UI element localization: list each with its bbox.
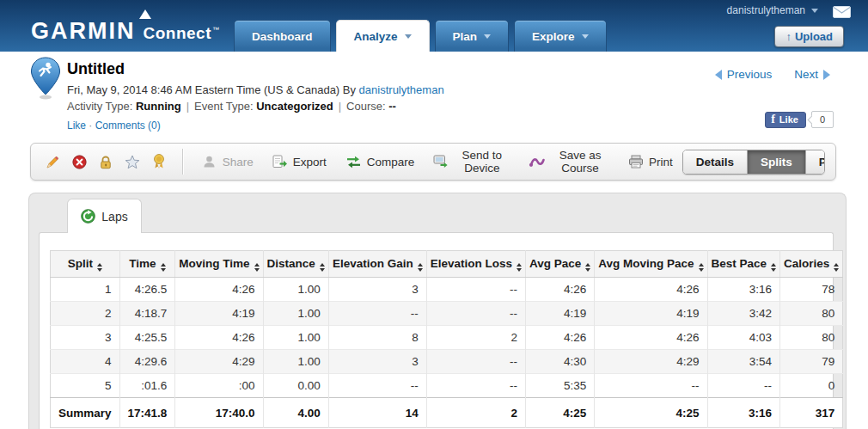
edit-button[interactable] [40,152,66,172]
split-cell: -- [595,374,707,398]
split-cell: 4:26 [595,278,707,302]
author-link[interactable]: danistrulytheman [359,83,444,96]
split-cell: -- [328,374,426,398]
chevron-down-icon [811,9,818,16]
split-cell: 3:54 [707,350,780,374]
split-cell: 1 [51,278,120,302]
favorite-button[interactable] [119,152,146,172]
column-label: Elevation Gain [333,257,413,270]
split-cell: 3:42 [707,302,780,326]
nav-tab-plan[interactable]: Plan [435,20,510,52]
nav-tab-analyze[interactable]: Analyze [336,20,430,52]
summary-cell: 17:40.0 [175,398,263,428]
summary-cell: 4:25 [525,398,594,428]
column-label: Best Pace [712,257,767,270]
summary-cell: 317 [780,398,843,428]
column-header-elevation-loss[interactable]: Elevation Loss [426,251,525,278]
split-cell: -- [426,350,525,374]
sort-up-icon [771,263,776,267]
delete-button[interactable] [66,152,93,172]
chevron-down-icon [582,34,589,42]
garmin-connect-logo[interactable]: GARMINConnect™ [31,18,219,45]
column-header-avg-pace[interactable]: Avg Pace [525,251,594,278]
summary-row: Summary17:41.817:40.04.001424:254:253:16… [51,398,843,428]
print-button[interactable]: Print [619,155,682,169]
laps-panel: Laps SplitTimeMoving TimeDistanceElevati… [28,193,847,429]
column-label: Avg Pace [529,257,581,270]
nav-tab-explore[interactable]: Explore [514,20,607,52]
nav-tab-dashboard[interactable]: Dashboard [234,20,331,52]
print-label: Print [649,156,673,169]
summary-cell: 4.00 [263,398,328,428]
export-label: Export [293,156,327,169]
split-cell: 4:26 [525,326,594,350]
column-header-distance[interactable]: Distance [263,251,328,278]
split-cell: 1.00 [263,302,328,326]
upload-button[interactable]: ↑ Upload [774,26,844,47]
column-header-calories[interactable]: Calories [780,251,843,278]
share-person-icon [203,155,217,169]
column-header-split[interactable]: Split [51,251,120,278]
activity-type-value: Running [136,100,181,113]
split-cell: 4:29 [595,350,707,374]
comments-link[interactable]: Comments (0) [95,120,161,132]
split-cell: 80 [780,302,843,326]
sort-up-icon [418,263,423,267]
column-header-time[interactable]: Time [119,251,175,278]
facebook-like-widget: f Like 0 [765,111,834,128]
split-cell: 4:19 [175,302,263,326]
app-header: GARMINConnect™ danistrulytheman Dashboar… [0,0,868,52]
column-header-best-pace[interactable]: Best Pace [707,251,780,278]
compare-button[interactable]: Compare [336,156,425,169]
column-header-elevation-gain[interactable]: Elevation Gain [328,251,426,278]
sort-down-icon [161,268,166,272]
garmin-connect-page: GARMINConnect™ danistrulytheman Dashboar… [0,0,868,429]
user-menu[interactable]: danistrulytheman [727,4,818,16]
sort-down-icon [834,268,839,272]
tab-laps[interactable]: Laps [67,199,142,233]
view-tab-details[interactable]: Details [683,150,747,174]
course-label: Course: [346,100,386,113]
summary-cell: 14 [328,398,426,428]
activity-title: Untitled [67,60,125,78]
split-cell: 3:16 [707,278,780,302]
split-cell: 5:35 [525,374,594,398]
send-to-device-button[interactable]: Send to Device [424,149,519,175]
split-cell: 79 [780,350,843,374]
split-cell: 4:03 [707,326,780,350]
main-nav: DashboardAnalyzePlanExplore [234,20,607,52]
sort-arrows-icon [699,263,704,272]
previous-button[interactable]: Previous [715,68,773,81]
like-link[interactable]: Like [67,120,86,132]
medal-icon [152,154,166,169]
share-label: Share [223,156,254,169]
save-as-course-button[interactable]: Save as Course [519,149,619,175]
send-to-device-icon [433,155,449,169]
split-cell: 4:18.7 [119,302,175,326]
privacy-button[interactable] [93,152,119,172]
view-tab-player[interactable]: Player [805,150,825,174]
sort-arrows-icon [771,263,776,272]
facebook-like-button[interactable]: f Like [765,112,806,128]
column-header-avg-moving-pace[interactable]: Avg Moving Pace [595,251,707,278]
summary-cell: 2 [426,398,525,428]
split-cell: 4:25.5 [119,326,175,350]
split-cell: -- [426,374,525,398]
sort-down-icon [517,268,522,272]
sort-arrows-icon [585,263,590,272]
username: danistrulytheman [727,4,805,16]
split-cell: 2 [51,302,120,326]
next-button[interactable]: Next [794,68,830,81]
running-map-pin-icon [29,57,62,107]
sort-up-icon [320,263,325,267]
mail-button[interactable] [833,6,851,18]
sort-up-icon [699,263,704,267]
split-row: 14:26.54:261.003--4:264:263:1678 [51,278,843,302]
column-header-moving-time[interactable]: Moving Time [175,251,263,278]
achievements-button[interactable] [146,151,172,172]
split-cell: 78 [780,278,843,302]
export-button[interactable]: Export [263,155,336,169]
view-tab-splits[interactable]: Splits [747,150,805,174]
split-cell: -- [328,302,426,326]
share-button: Share [193,155,263,169]
